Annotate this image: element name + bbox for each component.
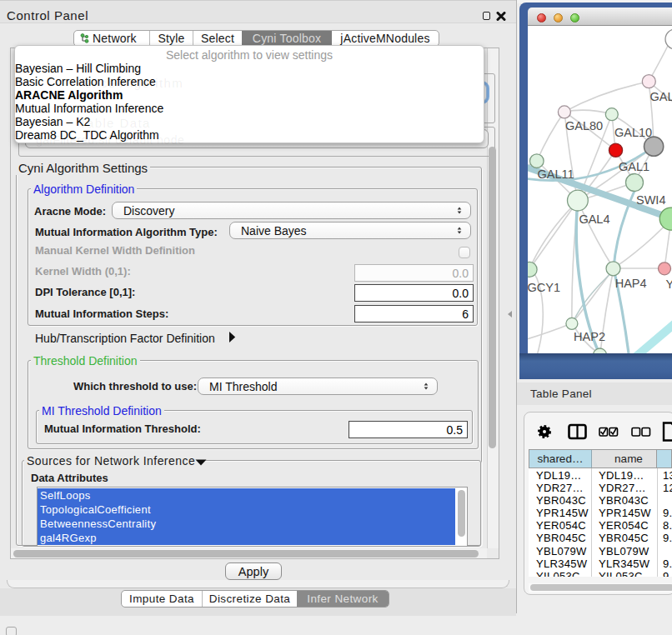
svg-text:GAL11: GAL11 [538, 168, 574, 181]
svg-text:GAL80: GAL80 [565, 119, 603, 132]
svg-text:HAP4: HAP4 [615, 277, 647, 290]
svg-text:Y: Y [666, 278, 672, 291]
svg-text:SWI4: SWI4 [636, 193, 665, 207]
svg-text:HAP2: HAP2 [574, 330, 605, 343]
svg-text:GAL10: GAL10 [614, 126, 652, 139]
svg-text:GCY1: GCY1 [528, 281, 560, 294]
svg-text:GAL4: GAL4 [579, 212, 609, 226]
svg-text:GAL: GAL [650, 90, 672, 103]
svg-text:GAL1: GAL1 [619, 160, 649, 173]
